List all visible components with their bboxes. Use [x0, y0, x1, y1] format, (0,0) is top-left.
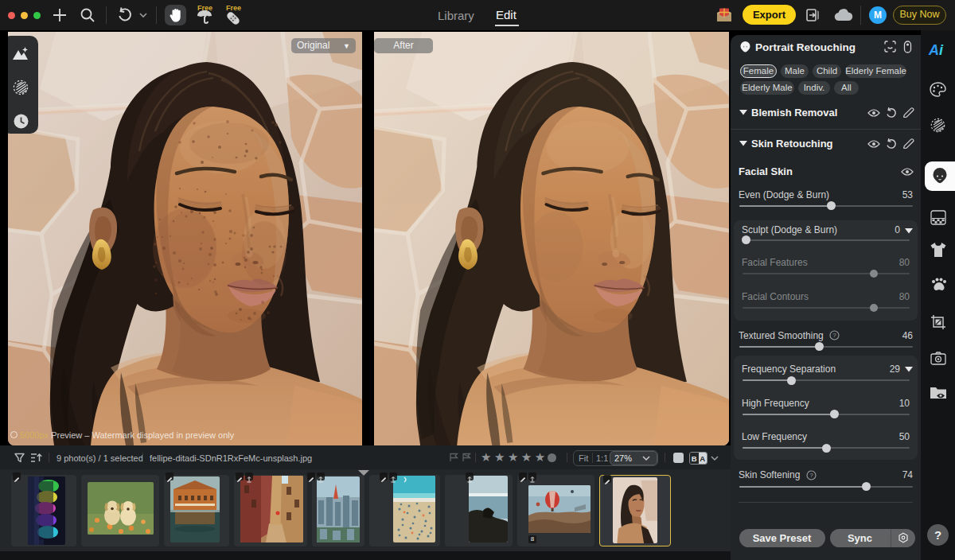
svg-text:?: ?	[832, 332, 836, 339]
svg-text:?: ?	[809, 472, 813, 479]
